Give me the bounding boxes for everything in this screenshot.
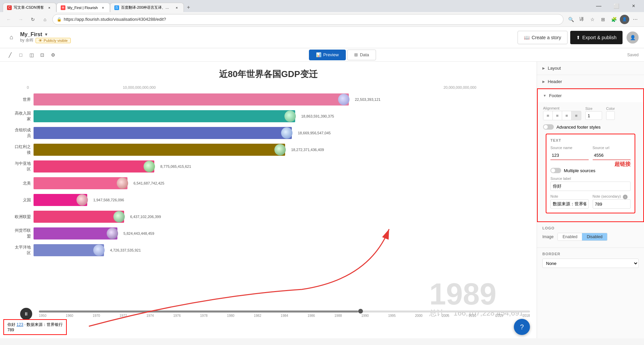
size-input[interactable] xyxy=(585,111,602,120)
refresh-button[interactable]: ↻ xyxy=(28,15,38,24)
year-1970: 1970 xyxy=(93,314,100,318)
align-right-button[interactable]: ≡ xyxy=(562,111,572,120)
extensions-icon[interactable]: 🧩 xyxy=(609,15,619,24)
source-label-input[interactable] xyxy=(550,182,631,191)
year-1984: 1984 xyxy=(281,314,288,318)
year-1980: 1980 xyxy=(227,314,234,318)
align-center-button[interactable]: ≡ xyxy=(553,111,562,120)
multiple-sources-toggle[interactable] xyxy=(550,168,561,173)
bar-value-0: 22,503,393,121 xyxy=(355,97,537,101)
export-publish-button[interactable]: ⬆ Export & publish xyxy=(570,31,623,44)
note-input[interactable] xyxy=(550,199,589,209)
back-button[interactable]: ← xyxy=(4,15,13,24)
tab-title-flourish: My_First | Flourish xyxy=(67,6,98,10)
search-icon-btn[interactable]: 🔍 xyxy=(566,15,576,24)
close-button[interactable]: × xyxy=(626,1,641,11)
footer-note2: 789 xyxy=(7,328,14,332)
saved-text: Saved xyxy=(627,53,639,57)
lock-icon: 🔒 xyxy=(57,17,62,22)
footer-section-header[interactable]: ▼ Footer xyxy=(538,89,643,102)
header-label: Header xyxy=(548,79,562,84)
note-secondary-info-icon[interactable]: i xyxy=(623,195,628,199)
minimize-button[interactable]: — xyxy=(591,1,606,11)
year-1982: 1982 xyxy=(254,314,261,318)
chart-title: 近80年世界各国GDP变迁 xyxy=(7,68,530,80)
bar-value-2: 18,669,956,547,045 xyxy=(298,131,537,135)
tab-data-button[interactable]: ⊞ Data xyxy=(347,50,376,60)
layout-section-header[interactable]: ▶ Layout xyxy=(537,62,644,75)
play-pause-button[interactable]: ⏸ xyxy=(20,308,32,320)
home-browser-button[interactable]: ⌂ xyxy=(40,15,50,24)
chart-area: 近80年世界各国GDP变迁 0 10,000,000,000,000 20,00… xyxy=(0,62,537,338)
browser-tab-baidu[interactable]: 百 百度翻译-200种语言互译、沟通 × xyxy=(110,3,184,12)
color-swatch[interactable] xyxy=(606,111,615,120)
user-avatar[interactable]: 👤 xyxy=(627,31,639,44)
bar-globe-9 xyxy=(93,245,105,256)
create-story-button[interactable]: 📖 Create a story xyxy=(518,31,568,44)
timeline-track[interactable] xyxy=(39,310,530,313)
year-2010: 2010 xyxy=(469,314,476,318)
year-2018: 2018 xyxy=(523,314,530,318)
tab-close-csdn[interactable]: × xyxy=(47,5,52,10)
border-section: BORDER None xyxy=(537,248,644,272)
source-url-input[interactable] xyxy=(593,151,631,160)
image-disabled-button[interactable]: Disabled xyxy=(582,233,607,240)
profile-icon[interactable]: 👤 xyxy=(620,15,629,24)
tab-title-csdn: 写文章-CSDN博客 xyxy=(14,5,44,10)
timeline-row: ⏸ 1950 1960 1970 1972 1974 1976 xyxy=(20,308,530,320)
align-left-button[interactable]: ≡ xyxy=(543,111,553,120)
url-text: https://app.flourish.studio/visualisatio… xyxy=(64,17,166,22)
app-title-row[interactable]: My_First ▼ xyxy=(20,31,71,38)
forward-button[interactable]: → xyxy=(16,15,25,24)
image-toggle-group: Enabled Disabled xyxy=(557,233,607,241)
app-title: My_First xyxy=(20,31,42,38)
alignment-label: Alignment xyxy=(543,106,581,110)
tab-close-flourish[interactable]: × xyxy=(100,5,106,10)
tool-btn-2[interactable]: □ xyxy=(16,50,25,60)
advanced-toggle-row: Advanced footer styles xyxy=(543,124,638,130)
border-title: BORDER xyxy=(542,252,639,256)
source-name-input[interactable] xyxy=(550,151,589,160)
logo-title: LOGO xyxy=(542,226,639,230)
year-1950: 1950 xyxy=(39,314,46,318)
tool-btn-4[interactable]: ⊡ xyxy=(38,50,47,60)
app-title-section: My_First ▼ by 余晖 👁 Publicly visible xyxy=(20,31,71,43)
header-section-header[interactable]: ▶ Header xyxy=(537,75,644,88)
bookmark-star-icon[interactable]: ☆ xyxy=(588,15,597,24)
help-button[interactable]: ? xyxy=(514,319,530,335)
tab-data-label: Data xyxy=(360,52,369,57)
right-panel: ▶ Layout ▶ Header ▼ Footer xyxy=(537,62,644,338)
timeline-handle[interactable] xyxy=(358,309,363,314)
tool-btn-5[interactable]: ⚙ xyxy=(48,50,58,60)
tab-preview-button[interactable]: 📊 Preview xyxy=(309,50,346,60)
bar-container-4: 8,775,065,415,621 xyxy=(34,160,530,172)
bar-row-0: 世界 22,503,393,121 xyxy=(13,93,530,106)
translate-icon-btn[interactable]: 译 xyxy=(577,15,586,24)
year-1978: 1978 xyxy=(200,314,208,318)
bar-container-3: 18,272,371,436,409 xyxy=(34,144,530,156)
home-app-button[interactable]: ⌂ xyxy=(5,31,17,44)
visibility-badge[interactable]: 👁 Publicly visible xyxy=(36,38,71,43)
footer-link[interactable]: 123 xyxy=(16,322,23,327)
image-enabled-button[interactable]: Enabled xyxy=(558,233,582,240)
advanced-toggle-label: Advanced footer styles xyxy=(556,125,601,130)
new-tab-button[interactable]: + xyxy=(184,3,193,12)
timeline-progress xyxy=(39,310,358,313)
bar-container-8: 5,824,443,448,459 xyxy=(34,227,530,239)
bookmarks-icon[interactable]: ⊞ xyxy=(598,15,608,24)
browser-tab-csdn[interactable]: C 写文章-CSDN博客 × xyxy=(3,3,56,12)
tool-btn-3[interactable]: ◫ xyxy=(27,50,36,60)
note-secondary-input[interactable] xyxy=(593,199,631,209)
more-options-icon[interactable]: ⋯ xyxy=(631,15,640,24)
tool-btn-1[interactable]: ╱ xyxy=(5,50,15,60)
address-bar[interactable]: 🔒 https://app.flourish.studio/visualisat… xyxy=(52,14,564,25)
header-expand-icon: ▶ xyxy=(542,80,545,83)
align-justify-button[interactable]: ≡ xyxy=(572,111,581,120)
bar-label-9: 太平洋地区 xyxy=(13,245,34,256)
tab-close-baidu[interactable]: × xyxy=(174,5,179,10)
footer-expand-icon: ▼ xyxy=(543,94,546,97)
maximize-button[interactable]: ⬜ xyxy=(608,1,624,11)
browser-tab-flourish[interactable]: ✳ My_First | Flourish × xyxy=(56,3,110,12)
border-select[interactable]: None xyxy=(542,259,639,268)
advanced-toggle-switch[interactable] xyxy=(543,124,554,130)
